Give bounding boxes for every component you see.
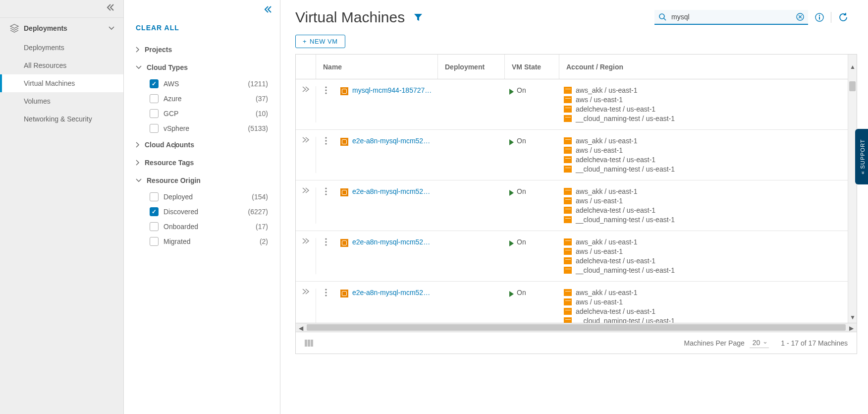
vm-name-link[interactable]: e2e-a8n-mysql-mcm52… xyxy=(352,137,430,145)
search-input[interactable] xyxy=(670,12,792,21)
aws-icon xyxy=(564,87,572,94)
nav-item-virtual-machines[interactable]: Virtual Machines xyxy=(0,74,123,92)
vm-name-link[interactable]: mysql-mcm944-185727… xyxy=(352,86,432,94)
account-region-entry: __cloud_naming-test / us-east-1 xyxy=(564,115,852,122)
col-expand xyxy=(296,55,316,79)
filter-group-cloud-accounts[interactable]: Cloud Acounts xyxy=(136,136,268,154)
hscroll-thumb[interactable] xyxy=(307,324,846,331)
checkbox[interactable] xyxy=(150,207,159,216)
account-region-text: adelcheva-test / us-east-1 xyxy=(576,257,655,265)
filter-item-discovered[interactable]: Discovered(6227) xyxy=(136,204,268,219)
checkbox[interactable] xyxy=(150,79,159,88)
expand-row-icon[interactable] xyxy=(296,238,316,274)
collapse-left-nav-icon[interactable] xyxy=(107,4,114,17)
svg-rect-4 xyxy=(819,17,820,20)
expand-row-icon[interactable] xyxy=(296,187,316,224)
filter-group-label: Resource Tags xyxy=(145,159,194,167)
horizontal-scrollbar[interactable]: ◀ ▶ xyxy=(296,323,857,332)
per-page-select[interactable]: 20 xyxy=(750,338,769,348)
state-running-icon xyxy=(509,240,514,246)
svg-point-14 xyxy=(325,238,326,239)
filter-item-deployed[interactable]: Deployed(154) xyxy=(136,189,268,204)
column-picker-icon[interactable] xyxy=(305,340,314,347)
refresh-icon[interactable] xyxy=(838,12,848,22)
nav-section-deployments[interactable]: Deployments xyxy=(0,17,123,39)
scroll-down-icon[interactable]: ▼ xyxy=(850,314,856,321)
account-region-entry: aws_akk / us-east-1 xyxy=(564,86,852,94)
vertical-scrollbar-body[interactable]: ▼ xyxy=(848,79,857,323)
aws-icon xyxy=(564,298,572,305)
clear-search-icon[interactable] xyxy=(796,13,804,21)
filter-item-azure[interactable]: Azure(37) xyxy=(136,91,268,106)
filter-item-count: (5133) xyxy=(248,124,268,132)
filter-item-aws[interactable]: AWS(1211) xyxy=(136,76,268,91)
account-region-text: adelcheva-test / us-east-1 xyxy=(576,307,655,315)
col-vm-state[interactable]: VM State xyxy=(504,55,559,79)
checkbox[interactable] xyxy=(150,94,159,103)
filter-item-onboarded[interactable]: Onboarded(17) xyxy=(136,219,268,234)
account-region-entry: __cloud_naming-test / us-east-1 xyxy=(564,216,852,224)
filter-item-vsphere[interactable]: vSphere(5133) xyxy=(136,121,268,136)
account-region-text: aws_akk / us-east-1 xyxy=(576,238,638,246)
filter-icon[interactable] xyxy=(414,13,423,22)
row-actions-icon[interactable] xyxy=(316,238,335,274)
account-region-text: aws_akk / us-east-1 xyxy=(576,137,638,145)
col-deployment[interactable]: Deployment xyxy=(437,55,504,79)
filter-group-cloud-types[interactable]: Cloud Types xyxy=(136,59,268,76)
checkbox[interactable] xyxy=(150,222,159,231)
clear-all-button[interactable]: CLEAR ALL xyxy=(136,0,268,41)
scroll-left-icon[interactable]: ◀ xyxy=(299,325,303,332)
info-icon[interactable] xyxy=(815,13,824,22)
checkbox[interactable] xyxy=(150,192,159,201)
filter-item-gcp[interactable]: GCP(10) xyxy=(136,106,268,121)
row-actions-icon[interactable] xyxy=(316,289,335,323)
chevron-right-icon xyxy=(136,160,140,166)
account-region-entry: aws_akk / us-east-1 xyxy=(564,289,852,296)
nav-item-deployments[interactable]: Deployments xyxy=(0,39,123,57)
nav-item-networking-security[interactable]: Networking & Security xyxy=(0,110,123,128)
filter-group-resource-tags[interactable]: Resource Tags xyxy=(136,154,268,172)
col-name[interactable]: Name xyxy=(316,55,437,79)
support-tab[interactable]: « SUPPORT xyxy=(855,129,868,184)
row-actions-icon[interactable] xyxy=(316,86,335,122)
account-region-entry: aws / us-east-1 xyxy=(564,96,852,104)
aws-icon xyxy=(564,96,572,103)
account-region-text: aws / us-east-1 xyxy=(576,298,623,306)
nav-item-volumes[interactable]: Volumes xyxy=(0,92,123,110)
new-vm-button[interactable]: + NEW VM xyxy=(295,35,345,48)
filter-group-resource-origin[interactable]: Resource Origin xyxy=(136,172,268,189)
aws-icon xyxy=(564,248,572,255)
cell-vm-state: On xyxy=(504,187,559,224)
filter-item-count: (17) xyxy=(256,223,268,231)
svg-point-7 xyxy=(325,92,326,94)
checkbox[interactable] xyxy=(150,237,159,246)
checkbox[interactable] xyxy=(150,109,159,118)
expand-row-icon[interactable] xyxy=(296,289,316,323)
row-actions-icon[interactable] xyxy=(316,137,335,173)
expand-row-icon[interactable] xyxy=(296,86,316,122)
vm-name-link[interactable]: e2e-a8n-mysql-mcm52… xyxy=(352,289,430,296)
new-vm-label: NEW VM xyxy=(310,38,337,45)
scroll-up-icon[interactable]: ▲ xyxy=(850,63,856,70)
col-account-region[interactable]: Account / Region xyxy=(559,55,857,79)
scrollbar-thumb[interactable] xyxy=(849,81,856,91)
account-region-text: __cloud_naming-test / us-east-1 xyxy=(576,317,675,323)
account-region-text: __cloud_naming-test / us-east-1 xyxy=(576,165,675,173)
search-box[interactable] xyxy=(654,10,808,25)
vm-name-link[interactable]: e2e-a8n-mysql-mcm52… xyxy=(352,238,430,246)
row-actions-icon[interactable] xyxy=(316,187,335,224)
filter-item-migrated[interactable]: Migrated(2) xyxy=(136,234,268,249)
scroll-right-icon[interactable]: ▶ xyxy=(849,325,854,332)
checkbox[interactable] xyxy=(150,124,159,133)
vm-name-link[interactable]: e2e-a8n-mysql-mcm52… xyxy=(352,187,430,195)
expand-row-icon[interactable] xyxy=(296,137,316,173)
state-text: On xyxy=(517,289,526,296)
account-region-text: __cloud_naming-test / us-east-1 xyxy=(576,266,675,274)
filter-group-projects[interactable]: Projects xyxy=(136,41,268,59)
plus-icon: + xyxy=(303,38,307,45)
account-region-text: aws / us-east-1 xyxy=(576,247,623,255)
aws-icon xyxy=(564,257,572,264)
nav-item-all-resources[interactable]: All Resources xyxy=(0,57,123,74)
collapse-filter-panel-icon[interactable] xyxy=(264,6,272,13)
vertical-scrollbar[interactable]: ▲ xyxy=(848,55,857,79)
